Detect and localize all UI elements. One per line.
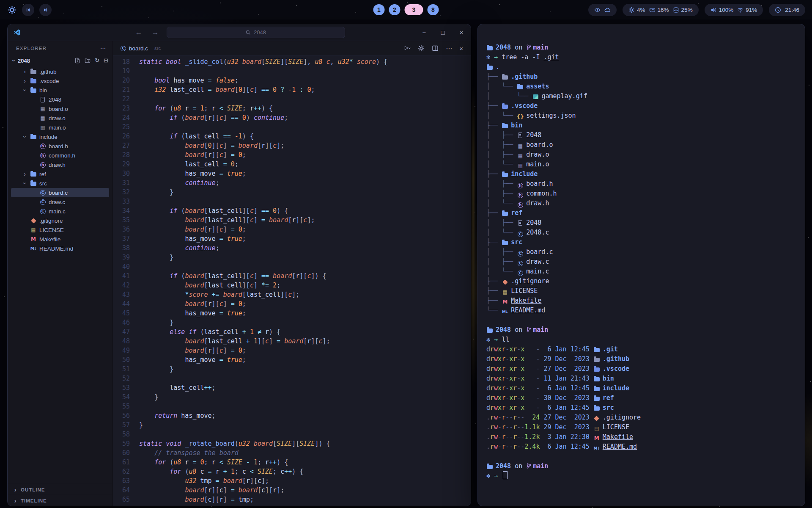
workspace-3[interactable]: 3 <box>405 4 423 15</box>
code-line: 57} <box>113 420 471 430</box>
maximize-button[interactable]: □ <box>439 29 446 36</box>
close-editor-icon[interactable]: × <box>459 45 463 52</box>
media-prev-button[interactable] <box>22 4 34 16</box>
explorer-item-2048[interactable]: 2048 <box>8 95 112 104</box>
weather-widget[interactable] <box>588 4 617 16</box>
explorer-item-.github[interactable]: ›.github <box>8 67 112 76</box>
code-line: 30 has_move = true; <box>113 169 471 178</box>
file-label: LICENSE <box>39 227 64 233</box>
explorer-item-draw.c[interactable]: Cdraw.c <box>8 197 112 207</box>
tree-row: │ └── hdraw.h <box>486 199 797 208</box>
explorer-item-draw.h[interactable]: hdraw.h <box>8 160 112 169</box>
nav-forward-button[interactable]: → <box>150 28 161 38</box>
explorer-item-draw.o[interactable]: ▦draw.o <box>8 113 112 123</box>
code-line: 29 last_cell = 0; <box>113 160 471 169</box>
file-label: src <box>39 180 47 187</box>
explorer-item-board.c[interactable]: Cboard.c <box>11 188 109 197</box>
close-button[interactable]: × <box>458 29 465 36</box>
tree-row: . <box>486 62 797 72</box>
explorer-item-Makefile[interactable]: MMakefile <box>8 235 112 244</box>
settings-gear-icon[interactable] <box>418 45 425 52</box>
file-obj-icon: ▦ <box>517 153 524 158</box>
line-number: 55 <box>113 402 139 411</box>
code-line: 52 <box>113 374 471 383</box>
more-actions-icon[interactable]: ⋯ <box>446 44 452 52</box>
topbar: 1238 4% 16% 25% 100% 91% 21:46 <box>0 0 812 19</box>
explorer-item-board.o[interactable]: ▦board.o <box>8 104 112 113</box>
audio-network-widget[interactable]: 100% 91% <box>705 4 763 16</box>
prompt-char-icon: ✻ <box>486 336 494 343</box>
tree-row: │ ├── ▦board.o <box>486 140 797 150</box>
explorer-item-include[interactable]: ›include <box>8 132 112 141</box>
collapse-all-icon[interactable]: ⊟ <box>104 58 108 64</box>
explorer-item-.vscode[interactable]: ›.vscode <box>8 76 112 86</box>
tab-board-c[interactable]: C board.c src <box>121 45 161 52</box>
terminal-window[interactable]: 2048 on main✻ → tree -a -I .git.├── .git… <box>477 24 805 506</box>
new-folder-icon[interactable] <box>85 58 91 64</box>
tree-row: ├── .vscode <box>486 101 797 111</box>
workspace-1[interactable]: 1 <box>373 4 385 15</box>
new-file-icon[interactable] <box>74 58 80 64</box>
explorer-item-.gitignore[interactable]: .gitignore <box>8 216 112 225</box>
readme-icon: M↓ <box>593 447 600 450</box>
chevron-right-icon: › <box>22 171 27 177</box>
explorer-more-icon[interactable]: ⋯ <box>100 45 107 52</box>
code-line: 56 return has_move; <box>113 411 471 420</box>
code-line: 37 has_move = true; <box>113 234 471 243</box>
workspace-8[interactable]: 8 <box>428 4 439 15</box>
nav-back-button[interactable]: ← <box>134 28 144 38</box>
outline-panel-header[interactable]: › OUTLINE <box>8 484 112 495</box>
explorer-item-LICENSE[interactable]: ▤LICENSE <box>8 225 112 235</box>
tree-row: │ └── {}settings.json <box>486 111 797 121</box>
file-h-icon: h <box>39 153 46 158</box>
clock-widget[interactable]: 21:46 <box>769 4 805 16</box>
system-stats-widget[interactable]: 4% 16% 25% <box>623 4 699 16</box>
minimize-button[interactable]: − <box>421 29 428 36</box>
split-editor-icon[interactable] <box>432 45 439 52</box>
code-line: 35 board[last_cell][c] = board[r][c]; <box>113 215 471 225</box>
line-number: 65 <box>113 495 139 504</box>
file-label: main.o <box>49 124 66 131</box>
ll-row: drwxr-xr-x-29 Dec 2023 .github <box>486 354 797 364</box>
clock-icon <box>775 7 781 13</box>
file-obj-icon: ▦ <box>517 163 524 168</box>
git-branch-icon <box>526 326 532 336</box>
code-line: 51 } <box>113 364 471 374</box>
tree-row: ├── MMakefile <box>486 296 797 306</box>
skip-next-icon <box>43 7 48 13</box>
folder-vscode-icon <box>30 78 37 83</box>
disk-usage: 25% <box>681 7 693 13</box>
explorer-item-src[interactable]: ›src <box>8 179 112 188</box>
refresh-icon[interactable]: ↻ <box>95 58 99 64</box>
code-line: 23 for (u8 r = 1; r < SIZE; r++) { <box>113 104 471 113</box>
command-center-search[interactable]: 2048 <box>167 27 345 38</box>
timeline-panel-header[interactable]: › TIMELINE <box>8 495 112 506</box>
permissions: drwxr-xr-x <box>486 384 524 393</box>
code-line: 19 <box>113 66 471 76</box>
code-editor[interactable]: 18static bool _slide_col(u32 board[SIZE]… <box>113 56 471 506</box>
file-h-icon: h <box>517 202 524 208</box>
workspace-2[interactable]: 2 <box>389 4 401 15</box>
tree-row: │ ├── ▦draw.o <box>486 150 797 160</box>
explorer-item-ref[interactable]: ›ref <box>8 169 112 179</box>
line-number: 34 <box>113 206 139 215</box>
memory-usage: 16% <box>658 7 669 13</box>
explorer-title: EXPLORER <box>16 46 47 51</box>
tab-filename: board.c <box>129 45 148 52</box>
explorer-item-board.h[interactable]: hboard.h <box>8 141 112 151</box>
folder-icon <box>593 406 600 411</box>
code-line: 34 if (board[last_cell][c] == 0) { <box>113 206 471 215</box>
media-next-button[interactable] <box>39 4 52 16</box>
explorer-item-main.o[interactable]: ▦main.o <box>8 123 112 132</box>
explorer-item-README.md[interactable]: M↓README.md <box>8 244 112 253</box>
folder-icon <box>486 65 493 70</box>
explorer-item-bin[interactable]: ›bin <box>8 86 112 95</box>
explorer-item-main.c[interactable]: Cmain.c <box>8 207 112 216</box>
launcher-icon[interactable] <box>7 5 17 15</box>
explorer-section-root[interactable]: › 2048 ↻ ⊟ <box>8 55 112 66</box>
explorer-item-common.h[interactable]: hcommon.h <box>8 151 112 160</box>
run-file-icon[interactable] <box>404 45 411 52</box>
terminal-command: ✻ → tree -a -I .git <box>486 52 797 62</box>
terminal-command: ✻ → <box>486 471 797 481</box>
file-label: common.h <box>49 152 75 159</box>
